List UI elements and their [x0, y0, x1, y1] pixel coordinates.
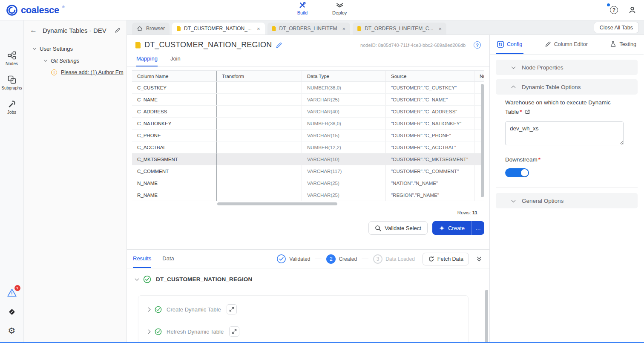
tree-item-git-warning[interactable]: ! Please add: (1) Author Em	[24, 66, 126, 78]
step-validated-label: Validated	[289, 256, 310, 262]
cell-source: "NATION"."N_NAME"	[385, 177, 474, 189]
tab-column-editor-label: Column Editor	[554, 41, 588, 47]
table-row[interactable]: C_COMMENT VARCHAR(117) "CUSTOMER"."C_COM…	[132, 165, 484, 177]
result-node-row[interactable]: DT_CUSTOMER_NATION_REGION	[135, 275, 480, 283]
table-row[interactable]: C_PHONE VARCHAR(15) "CUSTOMER"."C_PHONE"	[132, 130, 484, 141]
close-all-tabs-button[interactable]: Close All Tabs	[594, 22, 639, 33]
config-panel: Config Column Editor Testing	[490, 35, 644, 342]
help-button[interactable]: ?	[610, 6, 618, 14]
user-avatar-icon[interactable]	[628, 6, 636, 14]
chevron-up-icon	[512, 85, 516, 89]
table-row[interactable]: C_NATIONKEY NUMBER(38,0) "CUSTOMER"."C_N…	[132, 118, 484, 130]
fetch-data-button[interactable]: Fetch Data	[423, 253, 469, 265]
diamond-icon[interactable]	[8, 308, 16, 316]
tab-testing[interactable]: Testing	[609, 35, 638, 54]
cell-source: "CUSTOMER"."C_PHONE"	[385, 130, 474, 141]
table-row[interactable]: C_NAME VARCHAR(25) "CUSTOMER"."C_NAME"	[132, 94, 484, 106]
table-row[interactable]: C_ADDRESS VARCHAR(40) "CUSTOMER"."C_ADDR…	[132, 106, 484, 118]
node-editor-panel: DT_CUSTOMER_NATION_REGION nodeID: 8a05d7…	[127, 35, 490, 342]
collapse-panel-double-chevron-icon[interactable]	[476, 256, 483, 262]
document-tab-strip: Browser DT_CUSTOMER_NATION_... × DT_ORDE…	[127, 20, 644, 35]
settings-gear-icon[interactable]: ⚙	[8, 326, 16, 335]
validate-select-button[interactable]: Validate Select	[368, 221, 428, 235]
rail-item-subgraphs[interactable]: Subgraphs	[1, 75, 22, 90]
expand-result-button[interactable]	[227, 304, 237, 314]
results-vertical-scrollbar[interactable]	[485, 290, 488, 342]
section-general-options-label: General Options	[522, 198, 564, 204]
tab-dt-orders-lineitem-c[interactable]: DT_ORDERS_LINEITEM_C... ×	[353, 23, 446, 35]
table-horizontal-scrollbar[interactable]	[217, 202, 337, 205]
tab-label: DT_ORDERS_LINEITEM_C...	[365, 26, 433, 32]
section-node-properties[interactable]: Node Properties	[496, 60, 638, 75]
header-data-type[interactable]: Data Type	[302, 71, 385, 81]
tree-item-user-settings[interactable]: User Settings	[24, 43, 126, 55]
tree-item-git-settings[interactable]: Git Settings	[24, 55, 126, 66]
table-vertical-scrollbar[interactable]	[481, 84, 484, 197]
nav-deploy[interactable]: Deploy	[332, 1, 347, 15]
header-source[interactable]: Source	[385, 71, 474, 81]
mapping-editor: DT_CUSTOMER_NATION_REGION nodeID: 8a05d7…	[127, 35, 489, 249]
downstream-toggle[interactable]	[505, 168, 529, 177]
rail-nodes-label: Nodes	[6, 61, 18, 66]
git-warning-link[interactable]: Please add: (1) Author Em	[61, 69, 124, 75]
header-column-name[interactable]: Column Name	[132, 71, 216, 81]
chevron-right-icon[interactable]	[147, 307, 151, 311]
expand-result-button[interactable]	[229, 326, 239, 337]
chevron-down-icon[interactable]	[135, 277, 139, 281]
tab-config[interactable]: Config	[496, 35, 523, 54]
external-link-icon[interactable]	[525, 109, 530, 115]
tab-results[interactable]: Results	[133, 250, 151, 268]
coalesce-logo[interactable]: coalesce ®	[0, 4, 65, 16]
close-tab-icon[interactable]: ×	[257, 26, 260, 32]
step-connector	[362, 259, 368, 259]
rail-bottom-group: 1 ⚙	[7, 288, 17, 342]
cell-transform	[216, 177, 302, 189]
tab-data[interactable]: Data	[162, 250, 174, 268]
editor-tabs: Mapping Join	[127, 53, 489, 67]
create-more-options-button[interactable]: …	[472, 221, 484, 235]
section-general-options[interactable]: General Options	[496, 193, 638, 208]
cell-data-type: VARCHAR(25)	[302, 189, 385, 201]
close-tab-icon[interactable]: ×	[439, 26, 442, 32]
section-dynamic-table-options[interactable]: Dynamic Table Options	[496, 79, 638, 95]
cell-source: "CUSTOMER"."C_MKTSEGMENT"	[385, 153, 474, 165]
tab-dt-customer-nation[interactable]: DT_CUSTOMER_NATION_... ×	[172, 23, 265, 35]
node-title-row: DT_CUSTOMER_NATION_REGION nodeID: 8a05d7…	[127, 35, 489, 53]
tab-config-label: Config	[507, 41, 522, 47]
header-nu[interactable]: Nu	[474, 71, 484, 81]
rail-item-nodes[interactable]: Nodes	[6, 51, 18, 66]
problems-button[interactable]: 1	[7, 288, 17, 297]
top-right-controls: ?	[610, 6, 644, 14]
cell-column-name: C_NATIONKEY	[132, 118, 216, 129]
chevron-down-icon	[44, 58, 47, 61]
tab-mapping[interactable]: Mapping	[136, 55, 158, 66]
downstream-label: Downstream*	[505, 156, 633, 163]
edit-node-name-pencil-icon[interactable]	[276, 42, 282, 49]
sparkle-icon	[439, 225, 445, 231]
table-horizontal-scrollbar-track	[132, 202, 484, 206]
header-transform[interactable]: Transform	[216, 71, 302, 81]
tab-column-editor[interactable]: Column Editor	[543, 35, 589, 54]
table-row[interactable]: C_CUSTKEY NUMBER(38,0) "CUSTOMER"."C_CUS…	[132, 82, 484, 94]
cell-column-name: N_NAME	[132, 177, 216, 189]
edit-workspace-pencil-icon[interactable]	[115, 27, 121, 33]
close-tab-icon[interactable]: ×	[342, 26, 346, 32]
cell-column-name: C_NAME	[132, 94, 216, 105]
table-row[interactable]: R_NAME VARCHAR(25) "REGION"."R_NAME"	[132, 189, 484, 201]
nav-build[interactable]: Build	[297, 1, 308, 15]
table-row[interactable]: N_NAME VARCHAR(25) "NATION"."N_NAME"	[132, 177, 484, 189]
rail-item-jobs[interactable]: Jobs	[7, 100, 16, 115]
warehouse-input[interactable]: dev_wh_xs	[505, 121, 624, 145]
result-step-row: Refresh Dynamic Table	[147, 326, 468, 337]
table-row-selected[interactable]: C_MKTSEGMENT VARCHAR(10) "CUSTOMER"."C_M…	[132, 153, 484, 165]
tab-join[interactable]: Join	[170, 55, 181, 66]
node-help-icon[interactable]: ?	[474, 41, 481, 49]
main-nav: Build Deploy	[297, 1, 347, 15]
chevron-right-icon[interactable]	[147, 329, 151, 334]
back-arrow-icon[interactable]: ←	[30, 26, 37, 35]
tab-browser[interactable]: Browser	[132, 23, 170, 35]
tab-dt-orders-lineitem[interactable]: DT_ORDERS_LINEITEM ×	[267, 23, 351, 35]
create-button[interactable]: Create	[432, 221, 472, 235]
top-bar: coalesce ® Build Deploy ?	[0, 0, 644, 20]
table-row[interactable]: C_ACCTBAL NUMBER(12,2) "CUSTOMER"."C_ACC…	[132, 141, 484, 153]
